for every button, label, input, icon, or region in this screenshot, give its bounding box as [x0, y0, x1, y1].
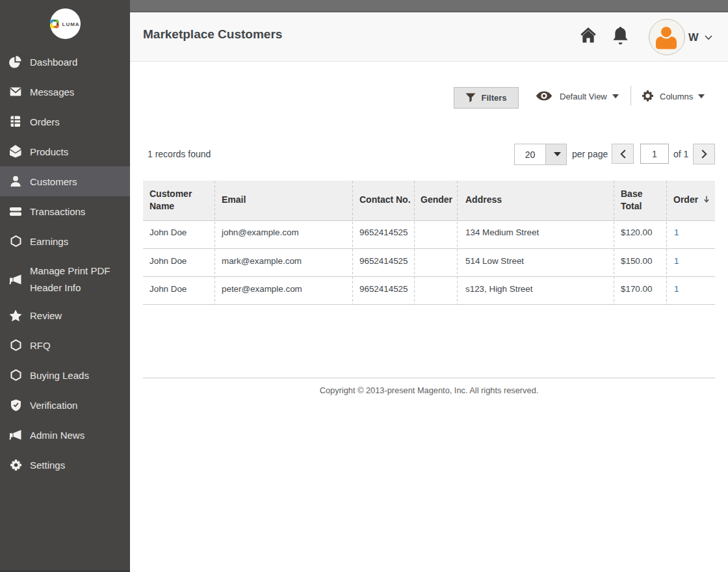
svg-text:LUMA: LUMA [62, 21, 80, 27]
